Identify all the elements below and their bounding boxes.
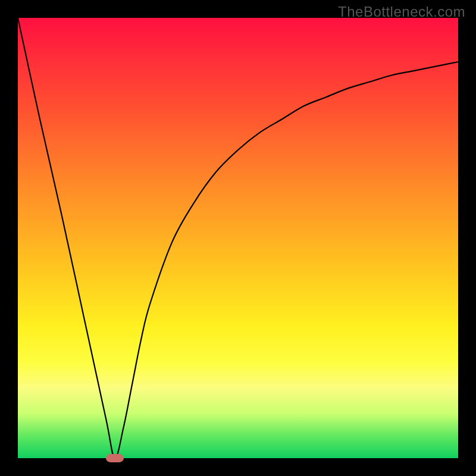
- chart-frame: TheBottleneck.com: [0, 0, 476, 476]
- plot-area: [18, 18, 458, 458]
- bottleneck-marker: [106, 454, 124, 462]
- bottleneck-curve: [18, 18, 458, 458]
